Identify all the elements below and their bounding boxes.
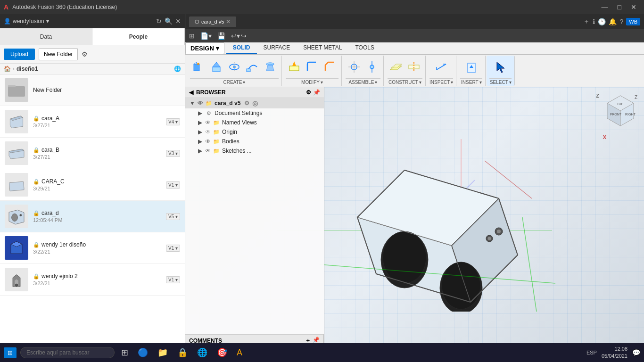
grid-icon[interactable]: ⊞: [189, 32, 195, 40]
info-icon[interactable]: ℹ: [593, 18, 595, 25]
user-menu[interactable]: 👤 wendyfusion ▾: [4, 18, 49, 25]
viewport[interactable]: Z TOP FRONT RIGHT: [185, 87, 644, 347]
visibility-icon[interactable]: 👁: [205, 119, 211, 126]
measure-button[interactable]: [433, 59, 450, 75]
midplane-button[interactable]: [405, 59, 422, 75]
list-item[interactable]: 🔒 cara_B 3/27/21 V3 ▾: [0, 138, 185, 169]
browser-item-named-views[interactable]: ▶ 👁 📁 Named Views: [185, 118, 324, 127]
expand-icon[interactable]: ▼: [189, 100, 196, 107]
list-item[interactable]: 🔒 cara_d 12:05:44 PM V5 ▾: [0, 201, 185, 232]
expand-icon[interactable]: ▶: [197, 148, 203, 154]
tab-sheet-metal[interactable]: SHEET METAL: [297, 42, 348, 54]
close-button[interactable]: ✕: [627, 2, 640, 12]
tab-solid[interactable]: SOLID: [226, 42, 257, 54]
save-icon[interactable]: 💾: [217, 32, 225, 40]
settings-button[interactable]: ⚙: [82, 50, 88, 58]
insert-group-label[interactable]: INSERT ▾: [460, 78, 482, 85]
viewcube[interactable]: Z TOP FRONT RIGHT: [602, 92, 639, 130]
maximize-button[interactable]: □: [614, 2, 625, 12]
doc-tab-close-icon[interactable]: ✕: [226, 18, 231, 25]
undo-icon[interactable]: ↩▾: [231, 32, 240, 40]
tab-people[interactable]: People: [92, 28, 185, 45]
list-item[interactable]: 🔒 cara_A 3/27/21 V4 ▾: [0, 106, 185, 138]
taskbar-app-security[interactable]: 🔒: [174, 346, 190, 360]
version-badge[interactable]: V3 ▾: [166, 150, 180, 157]
visibility-icon[interactable]: 👁: [205, 148, 211, 154]
version-badge[interactable]: V5 ▾: [166, 213, 180, 220]
breadcrumb-current[interactable]: diseño1: [17, 66, 38, 72]
help-icon[interactable]: ?: [619, 18, 623, 25]
new-folder-button[interactable]: New Folder: [39, 48, 78, 60]
browser-settings-icon[interactable]: ⚙: [306, 89, 311, 96]
breadcrumb-settings-icon[interactable]: 🌐: [174, 66, 181, 72]
list-item[interactable]: 🔒 wendy 1er diseño 3/22/21 V1 ▾: [0, 232, 185, 264]
version-badge[interactable]: V4 ▾: [166, 118, 180, 125]
create-group-label[interactable]: CREATE ▾: [190, 78, 279, 85]
assemble-group-label[interactable]: ASSEMBLE ▾: [346, 78, 380, 85]
taskbar-app-edge[interactable]: 🔵: [135, 346, 151, 360]
breadcrumb-home[interactable]: 🏠: [4, 66, 11, 72]
revolve-button[interactable]: [226, 59, 243, 75]
insert-button[interactable]: [463, 59, 480, 75]
upload-button[interactable]: Upload: [4, 49, 35, 60]
start-button[interactable]: ⊞: [4, 347, 17, 358]
select-group-label[interactable]: SELECT ▾: [489, 78, 512, 85]
tab-data[interactable]: Data: [0, 28, 92, 45]
list-item[interactable]: 🔒 wendy ejmlo 2 3/22/21 V1 ▾: [0, 264, 185, 296]
list-item[interactable]: New Folder: [0, 74, 185, 106]
taskbar-app-explorer[interactable]: 📁: [155, 346, 171, 360]
bell-icon[interactable]: 🔔: [609, 18, 617, 25]
browser-pin-icon[interactable]: 📌: [313, 89, 320, 96]
version-badge[interactable]: V1 ▾: [166, 181, 180, 189]
browser-item-sketches[interactable]: ▶ 👁 📁 Sketches ...: [185, 146, 324, 156]
expand-icon[interactable]: ▶: [197, 110, 203, 116]
new-component-button[interactable]: [190, 59, 207, 75]
select-button[interactable]: [492, 59, 509, 75]
user-initials[interactable]: WB: [626, 18, 640, 25]
browser-item-document-settings[interactable]: ▶ ⚙ Document Settings: [185, 108, 324, 118]
taskbar-app-fusion[interactable]: A: [234, 346, 245, 360]
expand-icon[interactable]: ▶: [197, 138, 203, 145]
add-tab-icon[interactable]: ＋: [583, 17, 590, 26]
tab-tools[interactable]: TOOLS: [348, 42, 380, 54]
taskbar-app-store[interactable]: ⊞: [118, 346, 131, 360]
version-badge[interactable]: V1 ▾: [166, 276, 180, 283]
visibility-icon[interactable]: 👁: [205, 138, 211, 145]
browser-item-bodies[interactable]: ▶ 👁 📁 Bodies: [185, 137, 324, 146]
browser-root-item[interactable]: ▼ 👁 📁 cara_d v5 ⚙ ◎: [185, 98, 324, 108]
visibility-icon[interactable]: 👁: [205, 129, 211, 135]
design-mode-dropdown[interactable]: DESIGN ▾: [185, 42, 224, 54]
press-pull-button[interactable]: [286, 59, 303, 75]
minimize-button[interactable]: —: [598, 2, 612, 12]
version-badge[interactable]: V1 ▾: [166, 245, 180, 252]
redo-icon[interactable]: ↪: [241, 32, 247, 40]
tab-surface[interactable]: SURFACE: [257, 42, 297, 54]
modify-group-label[interactable]: MODIFY ▾: [286, 78, 339, 85]
joint-button[interactable]: [346, 59, 363, 75]
taskbar-app-chrome[interactable]: 🌐: [194, 346, 210, 360]
notification-icon[interactable]: 💬: [632, 349, 640, 356]
chamfer-button[interactable]: [322, 59, 339, 75]
list-item[interactable]: 🔒 CARA_C 3/29/21 V1 ▾: [0, 169, 185, 201]
taskbar-search-input[interactable]: [20, 347, 115, 358]
browser-item-origin[interactable]: ▶ 👁 📁 Origin: [185, 127, 324, 137]
taskbar-app-unknown1[interactable]: 🎯: [214, 346, 230, 360]
offset-plane-button[interactable]: [388, 59, 405, 75]
refresh-icon[interactable]: ↻: [156, 17, 162, 25]
sweep-button[interactable]: [244, 59, 261, 75]
extrude-button[interactable]: [208, 59, 225, 75]
joint-origin-button[interactable]: [363, 59, 380, 75]
file-menu-icon[interactable]: 📄▾: [200, 32, 212, 40]
search-icon[interactable]: 🔍: [165, 17, 173, 25]
construct-group-label[interactable]: CONSTRUCT ▾: [388, 78, 422, 85]
doc-tab-active[interactable]: ⬡ cara_d v5 ✕: [189, 16, 236, 27]
visibility-icon[interactable]: 👁: [198, 100, 203, 107]
browser-collapse-icon[interactable]: ◀: [189, 89, 193, 96]
expand-icon[interactable]: ▶: [197, 129, 203, 135]
close-panel-icon[interactable]: ✕: [175, 17, 181, 25]
fillet-button[interactable]: [304, 59, 321, 75]
loft-button[interactable]: [262, 59, 279, 75]
clock-icon[interactable]: 🕐: [598, 18, 606, 25]
inspect-group-label[interactable]: INSPECT ▾: [429, 78, 453, 85]
expand-icon[interactable]: ▶: [197, 119, 203, 126]
